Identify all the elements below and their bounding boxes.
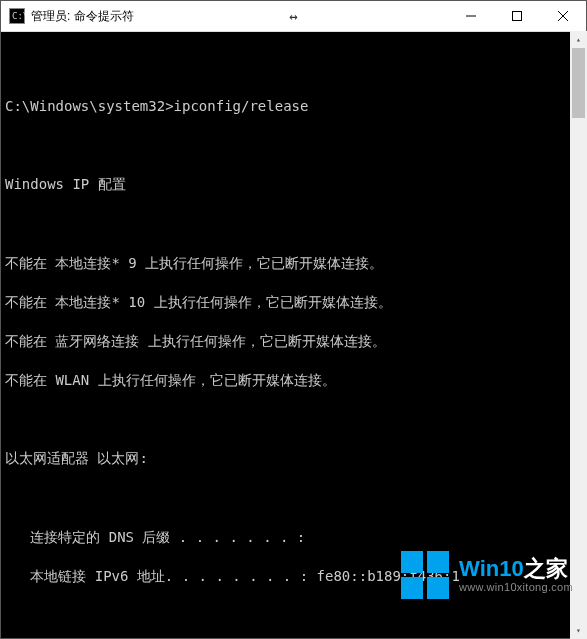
titlebar[interactable]: C:\ 管理员: 命令提示符 ↔: [1, 1, 586, 32]
adapter-title: 以太网适配器 以太网:: [5, 449, 582, 469]
cmd-window: C:\ 管理员: 命令提示符 ↔ C:\Windows\system32>ipc…: [0, 0, 587, 639]
adapter-property: 本地链接 IPv6 地址. . . . . . . . : fe80::b189…: [5, 567, 582, 587]
maximize-button[interactable]: [494, 1, 540, 31]
error-line: 不能在 WLAN 上执行任何操作，它已断开媒体连接。: [5, 371, 582, 391]
blank-line: [5, 410, 582, 430]
window-controls: [448, 1, 586, 31]
prompt-command: ipconfig/release: [174, 98, 309, 114]
terminal-output[interactable]: C:\Windows\system32>ipconfig/release Win…: [1, 32, 586, 638]
ip-config-header: Windows IP 配置: [5, 175, 582, 195]
scroll-up-button[interactable]: ▴: [570, 31, 587, 48]
scrollbar-thumb[interactable]: [572, 48, 585, 118]
cmd-icon: C:\: [9, 8, 25, 24]
svg-rect-4: [513, 12, 522, 21]
resize-indicator-icon: ↔: [289, 8, 297, 24]
minimize-button[interactable]: [448, 1, 494, 31]
svg-text:C:\: C:\: [12, 11, 25, 21]
error-line: 不能在 蓝牙网络连接 上执行任何操作，它已断开媒体连接。: [5, 332, 582, 352]
blank-line: [5, 489, 582, 509]
prompt-line: C:\Windows\system32>ipconfig/release: [5, 97, 582, 117]
scrollbar-track[interactable]: [570, 48, 587, 622]
blank-line: [5, 214, 582, 234]
error-line: 不能在 本地连接* 9 上执行任何操作，它已断开媒体连接。: [5, 254, 582, 274]
blank-line: [5, 136, 582, 156]
prompt-path: C:\Windows\system32>: [5, 98, 174, 114]
blank-line: [5, 606, 582, 626]
error-line: 不能在 本地连接* 10 上执行任何操作，它已断开媒体连接。: [5, 293, 582, 313]
blank-line: [5, 58, 582, 78]
adapter-property: 连接特定的 DNS 后缀 . . . . . . . :: [5, 528, 582, 548]
scroll-down-button[interactable]: ▾: [570, 622, 587, 639]
close-button[interactable]: [540, 1, 586, 31]
vertical-scrollbar[interactable]: ▴ ▾: [570, 31, 587, 639]
window-title: 管理员: 命令提示符: [31, 8, 134, 25]
